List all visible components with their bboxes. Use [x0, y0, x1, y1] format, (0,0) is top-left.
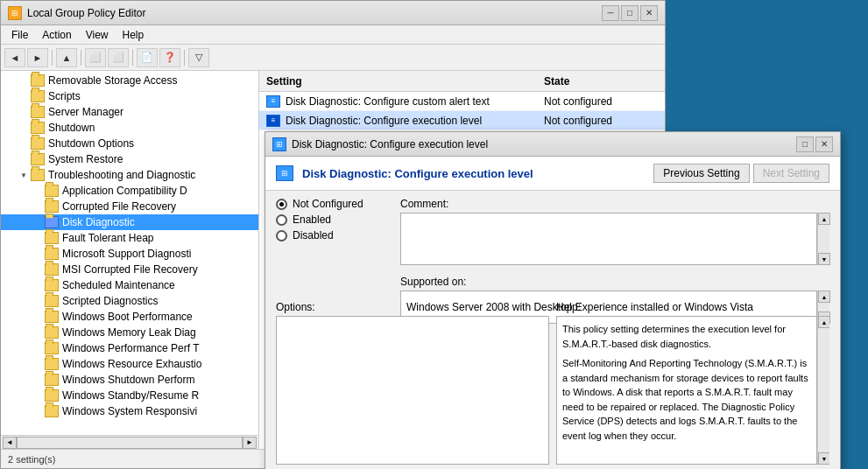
supported-label: Supported on: [400, 276, 829, 288]
tree-item-label: Windows Boot Performance [62, 311, 193, 323]
setting-icon: ≡ [266, 115, 280, 127]
minimize-button[interactable]: ─ [602, 5, 619, 21]
dialog-title: Disk Diagnostic: Configure execution lev… [292, 138, 796, 150]
tree-item-label: Fault Tolerant Heap [62, 232, 154, 244]
radio-enabled-input[interactable] [276, 214, 287, 226]
show-hide-button[interactable]: ⬜ [85, 48, 106, 67]
tree-item-disk-diagnostic[interactable]: Disk Diagnostic [1, 214, 258, 230]
up-button[interactable]: ▲ [56, 48, 77, 67]
tree-item-ms-support[interactable]: Microsoft Support Diagnosti [1, 246, 258, 262]
folder-icon [45, 185, 59, 197]
scroll-up-arrow[interactable]: ▲ [818, 213, 830, 225]
radio-enabled-label: Enabled [293, 214, 331, 226]
tree-item-server-manager[interactable]: Server Manager [1, 104, 258, 120]
radio-not-configured-input[interactable] [276, 199, 287, 210]
comment-box[interactable] [400, 213, 817, 265]
folder-icon [45, 326, 59, 339]
expand-arrow [18, 122, 29, 133]
setting-state: Not configured [544, 95, 658, 108]
scroll-v-track [818, 328, 829, 452]
tree-content[interactable]: Removable Storage Access Scripts Server … [1, 71, 258, 435]
close-button[interactable]: ✕ [640, 5, 658, 21]
tree-item-scheduled-maintenance[interactable]: Scheduled Maintenance [1, 277, 258, 293]
help-scrollbar[interactable]: ▲ ▼ [817, 316, 829, 465]
folder-icon [45, 232, 59, 244]
filter-button[interactable]: ▽ [188, 48, 209, 67]
radio-disabled-label: Disabled [293, 229, 334, 242]
help-label: Help: [556, 301, 829, 313]
tree-item-win-memory[interactable]: Windows Memory Leak Diag [1, 325, 258, 340]
folder-icon [31, 122, 45, 134]
tree-item-scripted-diag[interactable]: Scripted Diagnostics [1, 293, 258, 309]
expand-arrow [32, 343, 43, 354]
setting-name: Disk Diagnostic: Configure custom alert … [286, 95, 544, 108]
expand-arrow [32, 359, 43, 369]
options-box[interactable] [276, 316, 549, 465]
scroll-v-track [818, 225, 829, 253]
dialog-title-buttons: □ ✕ [796, 136, 833, 152]
tree-item-troubleshooting[interactable]: ▼ Troubleshooting and Diagnostic [1, 167, 258, 183]
tree-item-win-resource[interactable]: Windows Resource Exhaustio [1, 356, 258, 372]
menu-action[interactable]: Action [35, 27, 78, 43]
tree-item-shutdown[interactable]: Shutdown [1, 120, 258, 136]
dialog-maximize-button[interactable]: □ [796, 136, 814, 152]
properties-button[interactable]: 📄 [137, 48, 158, 67]
help-button[interactable]: ❓ [159, 48, 180, 67]
folder-icon [45, 405, 59, 417]
tree-item-msi-corrupted[interactable]: MSI Corrupted File Recovery [1, 262, 258, 277]
tree-item-win-shutdown[interactable]: Windows Shutdown Perform [1, 372, 258, 388]
tree-item-label: Windows System Responsivi [62, 405, 197, 417]
scroll-down-arrow[interactable]: ▼ [818, 452, 829, 465]
options-label: Options: [276, 301, 549, 313]
comment-scrollbar[interactable]: ▲ ▼ [817, 213, 829, 265]
scroll-left-arrow[interactable]: ◄ [3, 437, 17, 449]
maximize-button[interactable]: □ [621, 5, 639, 21]
radio-disabled[interactable]: Disabled [276, 229, 390, 242]
tree-item-scripts[interactable]: Scripts [1, 88, 258, 104]
tree-item-app-compat[interactable]: Application Compatibility D [1, 183, 258, 199]
radio-not-configured[interactable]: Not Configured [276, 198, 390, 210]
scroll-down-arrow[interactable]: ▼ [818, 253, 830, 265]
tree-item-win-system[interactable]: Windows System Responsivi [1, 403, 258, 419]
tree-item-system-restore[interactable]: System Restore [1, 151, 258, 167]
back-button[interactable]: ◄ [4, 48, 25, 67]
menu-file[interactable]: File [4, 27, 35, 43]
settings-row-1[interactable]: ≡ Disk Diagnostic: Configure custom aler… [259, 92, 665, 111]
tree-item-fault-tolerant[interactable]: Fault Tolerant Heap [1, 230, 258, 246]
menu-help[interactable]: Help [116, 27, 152, 43]
expand-arrow [32, 280, 43, 290]
menu-view[interactable]: View [79, 27, 116, 43]
radio-enabled[interactable]: Enabled [276, 214, 390, 226]
forward-button[interactable]: ► [27, 48, 48, 67]
next-setting-button[interactable]: Next Setting [753, 164, 829, 183]
app-icon: ⊞ [8, 6, 22, 20]
radio-not-configured-label: Not Configured [293, 198, 363, 210]
folder-icon [45, 374, 59, 386]
expand-arrow [32, 327, 43, 338]
tree-item-shutdown-options[interactable]: Shutdown Options [1, 136, 258, 151]
settings-row-2[interactable]: ≡ Disk Diagnostic: Configure execution l… [259, 111, 665, 130]
tree-item-win-perf[interactable]: Windows Performance Perf T [1, 340, 258, 356]
previous-setting-button[interactable]: Previous Setting [653, 164, 749, 183]
tree-item-label: Scripted Diagnostics [62, 295, 158, 307]
scroll-track[interactable] [17, 437, 243, 449]
radio-disabled-input[interactable] [276, 230, 287, 242]
tree-item-label: Troubleshooting and Diagnostic [48, 169, 195, 181]
tree-item-win-standby[interactable]: Windows Standby/Resume R [1, 388, 258, 403]
tree-item-corrupted-file[interactable]: Corrupted File Recovery [1, 199, 258, 214]
expand-arrow [32, 201, 43, 212]
tree-item-removable-storage[interactable]: Removable Storage Access [1, 73, 258, 88]
tree-item-win-boot[interactable]: Windows Boot Performance [1, 309, 258, 325]
expand-arrow [32, 406, 43, 416]
dialog-body: Not Configured Enabled Disabled Comment: [265, 191, 840, 469]
folder-icon [31, 137, 45, 150]
horizontal-scrollbar[interactable]: ◄ ► [1, 435, 258, 449]
new-button[interactable]: ⬜ [108, 48, 129, 67]
scroll-right-arrow[interactable]: ► [243, 437, 257, 449]
folder-icon [45, 342, 59, 354]
settings-header: Setting State [259, 71, 665, 92]
scroll-up-arrow[interactable]: ▲ [818, 316, 829, 328]
dialog-title-bar: ⊞ Disk Diagnostic: Configure execution l… [265, 132, 840, 157]
tree-item-label: Scheduled Maintenance [62, 279, 175, 291]
dialog-close-button[interactable]: ✕ [815, 136, 833, 152]
